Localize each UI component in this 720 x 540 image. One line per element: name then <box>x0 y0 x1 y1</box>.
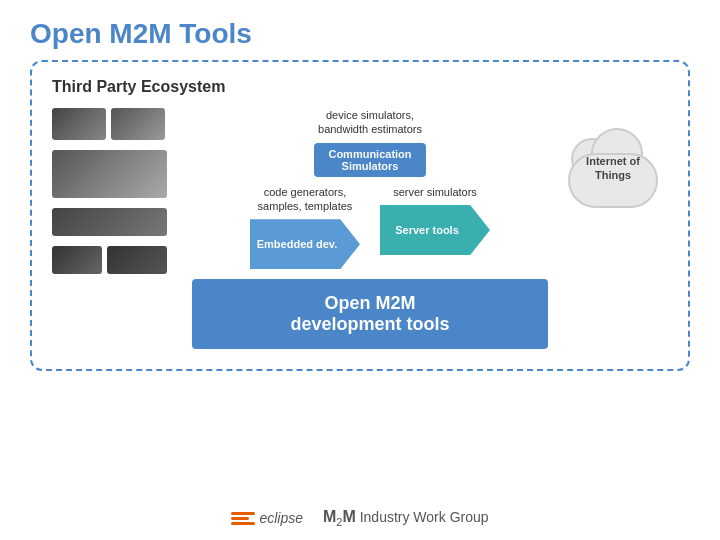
m2m-industry-label: M2M Industry Work Group <box>323 508 489 528</box>
eclipse-line-1 <box>231 512 255 515</box>
device-image-1 <box>52 108 106 140</box>
cloud-line1: Internet of <box>563 154 663 168</box>
server-arrow-label: Server tools <box>395 224 459 236</box>
server-arrow-box: Server tools <box>380 205 490 255</box>
top-label: device simulators, bandwidth estimators <box>318 108 422 137</box>
device-image-6 <box>107 246 167 274</box>
cloud-line2: Things <box>563 168 663 182</box>
devices-area <box>52 108 182 274</box>
eclipse-lines-icon <box>231 512 255 525</box>
cloud-shape: Internet of Things <box>563 128 663 208</box>
ecosystem-label: Third Party Ecosystem <box>52 78 668 96</box>
middle-row: code generators, samples, templates Embe… <box>192 185 548 270</box>
cloud-text: Internet of Things <box>563 154 663 183</box>
diagram-center: device simulators, bandwidth estimators … <box>192 108 548 349</box>
open-m2m-line1: Open M2M <box>222 293 518 314</box>
eclipse-line-3 <box>231 522 255 525</box>
open-m2m-box: Open M2M development tools <box>192 279 548 349</box>
embedded-label: code generators, samples, templates <box>258 185 353 214</box>
device-image-3 <box>52 150 167 198</box>
inner-layout: device simulators, bandwidth estimators … <box>52 108 668 349</box>
server-column: server simulators Server tools <box>375 185 495 255</box>
device-image-4 <box>52 208 167 236</box>
comm-simulators-box: Communication Simulators <box>314 143 425 177</box>
eclipse-logo: eclipse <box>231 510 303 526</box>
footer: eclipse M2M Industry Work Group <box>0 508 720 528</box>
eclipse-line-2 <box>231 517 249 520</box>
embedded-column: code generators, samples, templates Embe… <box>245 185 365 270</box>
embedded-arrow-box: Embedded dev. <box>250 219 360 269</box>
main-content: Third Party Ecosystem <box>0 60 720 371</box>
m-letter: M <box>323 508 336 525</box>
cloud-area: Internet of Things <box>558 128 668 208</box>
device-image-5 <box>52 246 102 274</box>
ecosystem-box: Third Party Ecosystem <box>30 60 690 371</box>
server-label: server simulators <box>393 185 477 199</box>
m-end: M <box>342 508 355 525</box>
eclipse-text: eclipse <box>259 510 303 526</box>
open-m2m-line2: development tools <box>222 314 518 335</box>
page-title: Open M2M Tools <box>0 0 720 60</box>
device-image-2 <box>111 108 165 140</box>
industry-text: Industry Work Group <box>356 509 489 525</box>
embedded-arrow-label: Embedded dev. <box>257 238 337 250</box>
